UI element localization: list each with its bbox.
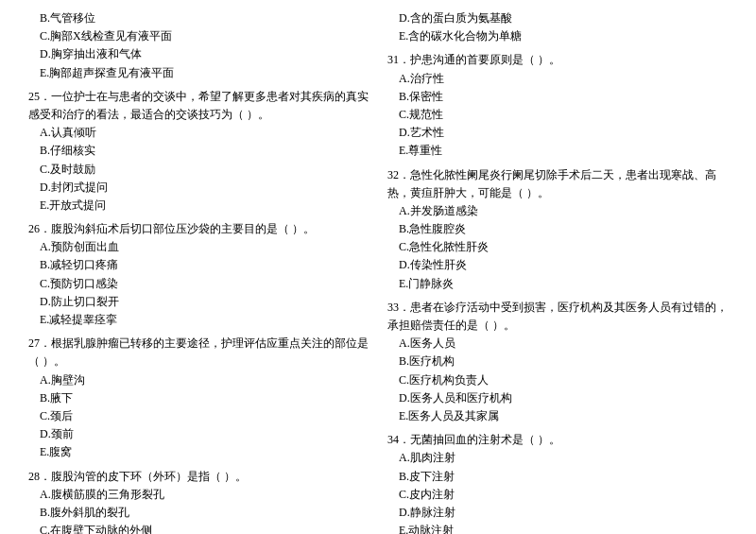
- question-title: 32．急性化脓性阑尾炎行阑尾切除手术后二天，患者出现寒战、高热，黄疸肝肿大，可能…: [387, 166, 728, 202]
- option: B.保密性: [387, 88, 728, 106]
- option: B.皮下注射: [387, 468, 728, 486]
- question-block: 33．患者在诊疗活动中受到损害，医疗机构及其医务人员有过错的，承担赔偿责任的是（…: [387, 299, 728, 425]
- option: D.传染性肝炎: [387, 256, 728, 274]
- question-title: 33．患者在诊疗活动中受到损害，医疗机构及其医务人员有过错的，承担赔偿责任的是（…: [387, 299, 728, 335]
- option: A.认真倾听: [28, 124, 369, 142]
- option: A.腹横筋膜的三角形裂孔: [28, 486, 369, 504]
- option: C.在腹壁下动脉的外侧: [28, 522, 369, 534]
- option: D.胸穿抽出液和气体: [28, 45, 369, 63]
- option: E.胸部超声探查见有液平面: [28, 64, 369, 82]
- option: E.尊重性: [387, 142, 728, 160]
- question-block: D.含的蛋白质为氨基酸E.含的碳水化合物为单糖: [387, 9, 728, 45]
- question-block: B.气管移位C.胸部X线检查见有液平面D.胸穿抽出液和气体E.胸部超声探查见有液…: [28, 9, 369, 82]
- option: B.医疗机构: [387, 353, 728, 370]
- right-column: D.含的蛋白质为氨基酸E.含的碳水化合物为单糖31．护患沟通的首要原则是（ ）。…: [387, 9, 728, 534]
- question-block: 31．护患沟通的首要原则是（ ）。A.治疗性B.保密性C.规范性D.艺术性E.尊…: [387, 51, 728, 160]
- question-block: 25．一位护士在与患者的交谈中，希望了解更多患者对其疾病的真实感受和治疗的看法，…: [28, 88, 369, 215]
- option: B.减轻切口疼痛: [28, 256, 369, 274]
- left-column: B.气管移位C.胸部X线检查见有液平面D.胸穿抽出液和气体E.胸部超声探查见有液…: [28, 9, 369, 534]
- question-block: 32．急性化脓性阑尾炎行阑尾切除手术后二天，患者出现寒战、高热，黄疸肝肿大，可能…: [387, 166, 728, 293]
- option: A.并发肠道感染: [387, 202, 728, 220]
- option: E.腹窝: [28, 443, 369, 461]
- option: E.开放式提问: [28, 197, 369, 215]
- question-block: 28．腹股沟管的皮下环（外环）是指（ ）。A.腹横筋膜的三角形裂孔B.腹外斜肌的…: [28, 468, 369, 535]
- question-title: 26．腹股沟斜疝术后切口部位压沙袋的主要目的是（ ）。: [28, 220, 369, 238]
- option: B.急性腹腔炎: [387, 220, 728, 238]
- option: D.封闭式提问: [28, 179, 369, 197]
- option: C.皮内注射: [387, 486, 728, 504]
- option: C.颈后: [28, 407, 369, 425]
- question-block: 27．根据乳腺肿瘤已转移的主要途径，护理评估应重点关注的部位是（ ）。A.胸壁沟…: [28, 335, 369, 461]
- option: A.胸壁沟: [28, 371, 369, 389]
- option: D.静脉注射: [387, 504, 728, 522]
- option: B.仔细核实: [28, 142, 369, 160]
- option: C.急性化脓性肝炎: [387, 238, 728, 256]
- option: E.动脉注射: [387, 522, 728, 534]
- option: C.及时鼓励: [28, 161, 369, 179]
- option: B.腹外斜肌的裂孔: [28, 504, 369, 522]
- option: D.艺术性: [387, 124, 728, 142]
- question-block: 34．无菌抽回血的注射术是（ ）。A.肌肉注射B.皮下注射C.皮内注射D.静脉注…: [387, 431, 728, 534]
- option: A.预防创面出血: [28, 238, 369, 256]
- option: C.预防切口感染: [28, 275, 369, 293]
- option: C.规范性: [387, 106, 728, 124]
- question-title: 34．无菌抽回血的注射术是（ ）。: [387, 431, 728, 449]
- option: D.含的蛋白质为氨基酸: [387, 9, 728, 27]
- option: A.治疗性: [387, 70, 728, 88]
- question-title: 31．护患沟通的首要原则是（ ）。: [387, 51, 728, 69]
- option: D.颈前: [28, 425, 369, 443]
- question-title: 25．一位护士在与患者的交谈中，希望了解更多患者对其疾病的真实感受和治疗的看法，…: [28, 88, 369, 124]
- question-title: 27．根据乳腺肿瘤已转移的主要途径，护理评估应重点关注的部位是（ ）。: [28, 335, 369, 370]
- option: E.含的碳水化合物为单糖: [387, 27, 728, 45]
- option: A.肌肉注射: [387, 449, 728, 467]
- option: C.胸部X线检查见有液平面: [28, 27, 369, 45]
- option: D.防止切口裂开: [28, 293, 369, 311]
- option: B.气管移位: [28, 9, 369, 27]
- option: D.医务人员和医疗机构: [387, 389, 728, 407]
- option: E.医务人员及其家属: [387, 407, 728, 425]
- option: E.减轻提睾痉挛: [28, 311, 369, 329]
- question-block: 26．腹股沟斜疝术后切口部位压沙袋的主要目的是（ ）。A.预防创面出血B.减轻切…: [28, 220, 369, 329]
- option: B.腋下: [28, 389, 369, 407]
- page-content: B.气管移位C.胸部X线检查见有液平面D.胸穿抽出液和气体E.胸部超声探查见有液…: [28, 9, 728, 534]
- option: E.门静脉炎: [387, 275, 728, 293]
- option: C.医疗机构负责人: [387, 371, 728, 389]
- question-title: 28．腹股沟管的皮下环（外环）是指（ ）。: [28, 468, 369, 486]
- option: A.医务人员: [387, 335, 728, 353]
